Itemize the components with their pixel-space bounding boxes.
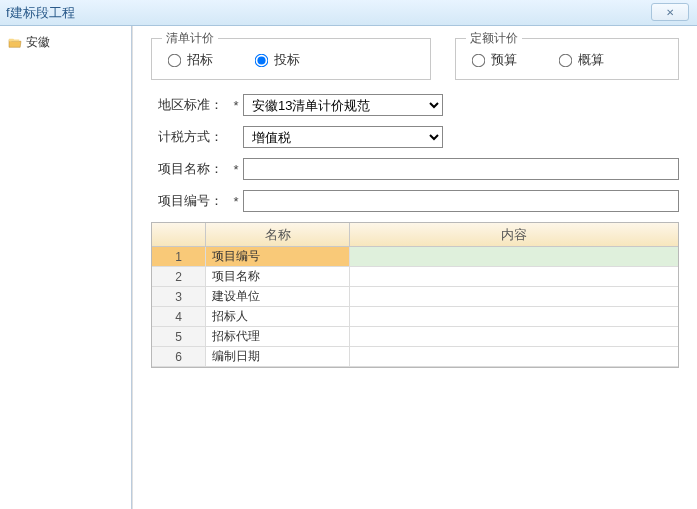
group-quota-pricing: 定额计价 预算 概算 (455, 38, 679, 80)
table-row[interactable]: 5招标代理 (152, 327, 678, 347)
required-mark: * (229, 162, 243, 177)
row-num: 2 (152, 267, 206, 287)
tree-item-label: 安徽 (26, 34, 50, 51)
radio-bid[interactable]: 招标 (168, 51, 213, 69)
window-title: f建标段工程 (6, 4, 75, 22)
row-num: 1 (152, 247, 206, 267)
folder-open-icon (8, 37, 22, 49)
close-icon: ✕ (666, 7, 674, 18)
row-num: 6 (152, 347, 206, 367)
row-content[interactable] (350, 267, 678, 287)
label-proj-no: 项目编号： (151, 192, 229, 210)
radio-estimate-input[interactable] (559, 53, 573, 67)
grid-header-content: 内容 (350, 223, 678, 247)
label-proj-name: 项目名称： (151, 160, 229, 178)
table-row[interactable]: 6编制日期 (152, 347, 678, 367)
row-name: 招标代理 (206, 327, 350, 347)
row-name: 项目编号 (206, 247, 350, 267)
radio-bid-input[interactable] (168, 53, 182, 67)
group-legend: 清单计价 (162, 30, 218, 47)
sidebar: 安徽 (0, 26, 132, 509)
row-name: 招标人 (206, 307, 350, 327)
radio-budget-input[interactable] (472, 53, 486, 67)
label-region-std: 地区标准： (151, 96, 229, 114)
table-row[interactable]: 3建设单位 (152, 287, 678, 307)
radio-label: 概算 (578, 51, 604, 69)
row-num: 5 (152, 327, 206, 347)
radio-budget[interactable]: 预算 (472, 51, 517, 69)
property-grid: 名称 内容 1项目编号2项目名称3建设单位4招标人5招标代理6编制日期 (151, 222, 679, 368)
label-tax-method: 计税方式： (151, 128, 229, 146)
table-row[interactable]: 2项目名称 (152, 267, 678, 287)
tree-item-anhui[interactable]: 安徽 (4, 32, 127, 53)
row-content[interactable] (350, 287, 678, 307)
grid-header: 名称 内容 (152, 223, 678, 247)
input-proj-name[interactable] (243, 158, 679, 180)
row-content[interactable] (350, 347, 678, 367)
row-name: 编制日期 (206, 347, 350, 367)
select-region-std[interactable]: 安徽13清单计价规范 (243, 94, 443, 116)
input-proj-no[interactable] (243, 190, 679, 212)
group-list-pricing: 清单计价 招标 投标 (151, 38, 431, 80)
radio-tender-input[interactable] (255, 53, 269, 67)
radio-label: 投标 (274, 51, 300, 69)
radio-label: 招标 (187, 51, 213, 69)
select-tax-method[interactable]: 增值税 (243, 126, 443, 148)
row-name: 建设单位 (206, 287, 350, 307)
row-content[interactable] (350, 247, 678, 267)
group-legend: 定额计价 (466, 30, 522, 47)
row-content[interactable] (350, 327, 678, 347)
required-mark: * (229, 194, 243, 209)
table-row[interactable]: 4招标人 (152, 307, 678, 327)
main-panel: 清单计价 招标 投标 定额计价 预算 (132, 26, 697, 509)
titlebar: f建标段工程 ✕ (0, 0, 697, 26)
row-num: 4 (152, 307, 206, 327)
row-num: 3 (152, 287, 206, 307)
required-mark: * (229, 98, 243, 113)
radio-tender[interactable]: 投标 (255, 51, 300, 69)
row-content[interactable] (350, 307, 678, 327)
row-name: 项目名称 (206, 267, 350, 287)
close-button[interactable]: ✕ (651, 3, 689, 21)
table-row[interactable]: 1项目编号 (152, 247, 678, 267)
grid-header-name: 名称 (206, 223, 350, 247)
radio-estimate[interactable]: 概算 (559, 51, 604, 69)
radio-label: 预算 (491, 51, 517, 69)
grid-header-num (152, 223, 206, 247)
